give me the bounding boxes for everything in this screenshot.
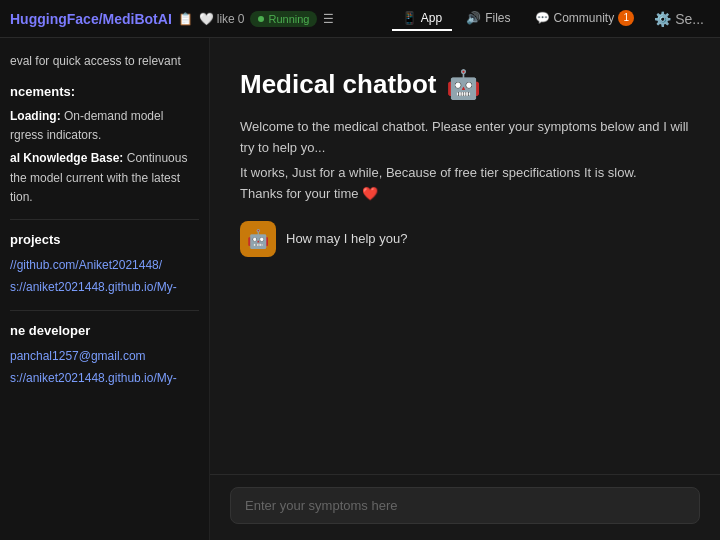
main-layout: eval for quick access to relevant ncemen… (0, 38, 720, 540)
sidebar-item-knowledge: al Knowledge Base: Continuous the model … (10, 149, 199, 207)
like-label: like (217, 12, 235, 26)
running-label: Running (268, 13, 309, 25)
sidebar-divider-1 (10, 219, 199, 220)
running-badge: Running (250, 11, 317, 27)
thanks-emoji: ❤️ (362, 186, 378, 201)
topbar-left: HuggingFace/MediBotAI 📋 🤍 like 0 Running… (10, 11, 334, 27)
bot-bubble: How may I help you? (286, 221, 407, 257)
bot-message: 🤖 How may I help you? (240, 221, 690, 257)
like-button[interactable]: 🤍 like 0 (199, 12, 245, 26)
menu-button[interactable]: ☰ (323, 12, 334, 26)
chat-input-area (210, 474, 720, 540)
community-count: 1 (618, 10, 634, 26)
bot-face-icon: 🤖 (247, 228, 269, 250)
tab-app-label: App (421, 11, 442, 25)
thanks-text: Thanks for your time (240, 186, 359, 201)
tab-community[interactable]: 💬 Community 1 (525, 6, 645, 32)
sidebar-developer-title: ne developer (10, 323, 199, 338)
sidebar-divider-2 (10, 310, 199, 311)
files-icon: 🔊 (466, 11, 481, 25)
chat-info: It works, Just for a while, Because of f… (240, 165, 690, 180)
app-icon: 📱 (402, 11, 417, 25)
brand-prefix: HuggingFace/ (10, 11, 103, 27)
brand-product: MediBotAI (103, 11, 172, 27)
like-count: 0 (238, 12, 245, 26)
settings-button[interactable]: ⚙️ Se... (648, 11, 710, 27)
chat-messages: Medical chatbot 🤖 Welcome to the medical… (210, 38, 720, 474)
bot-avatar: 🤖 (240, 221, 276, 257)
tab-app[interactable]: 📱 App (392, 7, 452, 31)
community-icon: 💬 (535, 11, 550, 25)
sidebar: eval for quick access to relevant ncemen… (0, 38, 210, 540)
chat-thanks: Thanks for your time ❤️ (240, 186, 690, 201)
chat-title: Medical chatbot 🤖 (240, 68, 690, 101)
settings-icon: ⚙️ (654, 11, 671, 27)
dev-email-link[interactable]: panchal1257@gmail.com (10, 346, 199, 368)
tab-community-label: Community (554, 11, 615, 25)
settings-label: Se... (675, 11, 704, 27)
project-link-2[interactable]: s://aniket2021448.github.io/My- (10, 277, 199, 299)
tab-files-label: Files (485, 11, 510, 25)
sidebar-enhancements-title: ncements: (10, 84, 199, 99)
sidebar-intro: eval for quick access to relevant (10, 52, 199, 70)
knowledge-label: al Knowledge Base: (10, 151, 123, 165)
bot-bubble-text: How may I help you? (286, 231, 407, 246)
chat-area: Medical chatbot 🤖 Welcome to the medical… (210, 38, 720, 540)
topbar-nav: 📱 App 🔊 Files 💬 Community 1 ⚙️ Se... (392, 6, 710, 32)
copy-button[interactable]: 📋 (178, 12, 193, 26)
robot-emoji: 🤖 (446, 68, 481, 101)
symptom-input[interactable] (245, 498, 685, 513)
chat-welcome: Welcome to the medical chatbot. Please e… (240, 117, 690, 159)
tab-files[interactable]: 🔊 Files (456, 7, 520, 31)
project-link-1[interactable]: //github.com/Aniket2021448/ (10, 255, 199, 277)
chat-input-wrapper (230, 487, 700, 524)
sidebar-item-loading: Loading: On-demand model rgress indicato… (10, 107, 199, 145)
brand-name: HuggingFace/MediBotAI (10, 11, 172, 27)
dev-portfolio-link[interactable]: s://aniket2021448.github.io/My- (10, 368, 199, 390)
sidebar-projects-title: projects (10, 232, 199, 247)
topbar: HuggingFace/MediBotAI 📋 🤍 like 0 Running… (0, 0, 720, 38)
running-dot (258, 16, 264, 22)
chat-title-text: Medical chatbot (240, 69, 436, 100)
loading-label: Loading: (10, 109, 61, 123)
